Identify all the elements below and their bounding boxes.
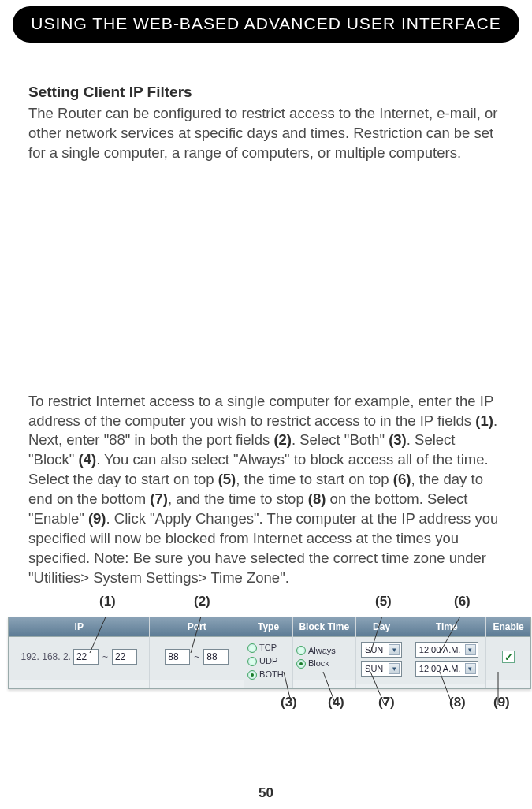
tilde-1: ~ xyxy=(101,651,110,663)
callout-2: (2) xyxy=(194,593,210,611)
enable-checkbox[interactable]: ✓ xyxy=(502,651,515,663)
figure-gap xyxy=(28,163,504,392)
page-number: 50 xyxy=(0,785,532,801)
header-port: Port xyxy=(150,617,244,637)
detail-paragraph: To restrict Internet access to a single … xyxy=(28,392,504,589)
header-ip: IP xyxy=(9,617,149,637)
callout-8: (8) xyxy=(449,694,466,712)
cell-type: TCP UDP BOTH xyxy=(244,637,292,688)
callout-7: (7) xyxy=(378,694,395,712)
time-end-select[interactable]: 12:00 A.M.▾ xyxy=(415,661,478,677)
section-subtitle: Setting Client IP Filters xyxy=(28,82,504,103)
header-enable: Enable xyxy=(486,617,530,637)
cell-block-time: Always Block xyxy=(293,637,355,680)
filter-table-figure: IP 192. 168. 2. ~ Port ~ Type xyxy=(28,617,504,689)
main-content: Setting Client IP Filters The Router can… xyxy=(0,43,532,718)
day-start-select[interactable]: SUN▾ xyxy=(361,642,402,658)
ip-filter-table: IP 192. 168. 2. ~ Port ~ Type xyxy=(8,617,531,689)
radio-always[interactable] xyxy=(296,646,306,655)
col-time: Time 12:00 A.M.▾ 12:00 A.M.▾ xyxy=(407,617,486,688)
callout-5: (5) xyxy=(375,593,392,611)
radio-udp[interactable] xyxy=(247,657,257,666)
port-to-input[interactable] xyxy=(203,649,229,665)
callout-4: (4) xyxy=(328,694,344,712)
callout-1: (1) xyxy=(99,593,116,611)
header-type: Type xyxy=(244,617,292,637)
callout-6: (6) xyxy=(454,593,471,611)
ip-to-input[interactable] xyxy=(112,649,137,665)
cell-enable: ✓ xyxy=(486,637,530,680)
chevron-down-icon: ▾ xyxy=(389,663,400,674)
radio-both[interactable] xyxy=(247,670,257,680)
cell-day: SUN▾ SUN▾ xyxy=(356,637,407,684)
ip-prefix: 192. 168. 2. xyxy=(21,651,71,663)
radio-block[interactable] xyxy=(296,659,306,669)
col-type: Type TCP UDP BOTH xyxy=(244,617,293,688)
chevron-down-icon: ▾ xyxy=(389,644,400,655)
port-from-input[interactable] xyxy=(165,649,190,665)
cell-time: 12:00 A.M.▾ 12:00 A.M.▾ xyxy=(407,637,485,684)
page-header: USING THE WEB-BASED ADVANCED USER INTERF… xyxy=(13,6,519,43)
radio-tcp[interactable] xyxy=(247,643,257,653)
cell-ip: 192. 168. 2. ~ xyxy=(9,637,149,680)
tilde-2: ~ xyxy=(192,651,201,663)
ip-from-input[interactable] xyxy=(73,649,99,665)
col-enable: Enable ✓ xyxy=(486,617,530,688)
header-day: Day xyxy=(356,617,407,637)
intro-paragraph: The Router can be configured to restrict… xyxy=(28,104,504,163)
col-ip: IP 192. 168. 2. ~ xyxy=(9,617,150,688)
callouts-top: (1) (2) (5) (6) xyxy=(28,593,504,617)
callout-9: (9) xyxy=(493,694,510,712)
callouts-bottom: (3) (4) (7) (8) (9) xyxy=(28,694,504,718)
callout-3: (3) xyxy=(281,694,297,712)
col-day: Day SUN▾ SUN▾ xyxy=(356,617,408,688)
col-block-time: Block Time Always Block xyxy=(293,617,356,688)
chevron-down-icon: ▾ xyxy=(465,663,476,674)
cell-port: ~ xyxy=(150,637,244,680)
header-block-time: Block Time xyxy=(293,617,355,637)
col-port: Port ~ xyxy=(150,617,244,688)
chevron-down-icon: ▾ xyxy=(465,644,476,655)
header-time: Time xyxy=(407,617,485,637)
day-end-select[interactable]: SUN▾ xyxy=(361,661,402,677)
time-start-select[interactable]: 12:00 A.M.▾ xyxy=(415,642,478,658)
page-title: USING THE WEB-BASED ADVANCED USER INTERF… xyxy=(31,14,501,32)
